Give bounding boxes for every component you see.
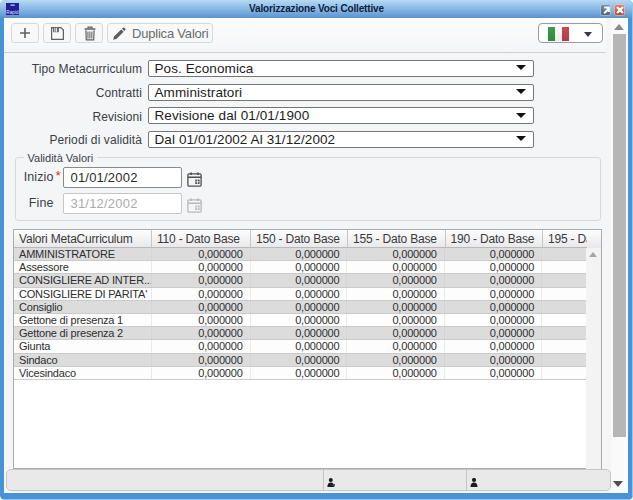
svg-text:Rapid: Rapid (6, 10, 19, 15)
